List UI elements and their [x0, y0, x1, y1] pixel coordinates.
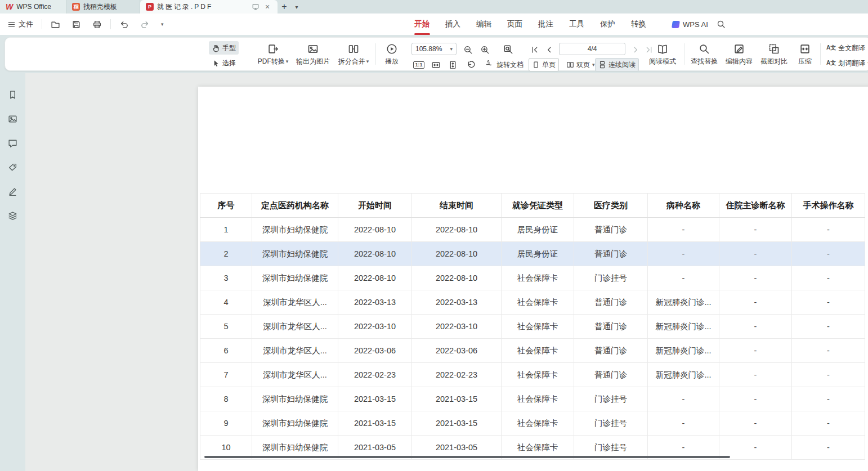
table-cell: -: [792, 363, 865, 387]
column-header: 定点医药机构名称: [252, 194, 338, 218]
rotate-document-button[interactable]: 旋转文档: [494, 58, 526, 71]
tab-document-pdf[interactable]: P 就医记录.PDF ×: [140, 0, 278, 14]
table-cell: 社会保障卡: [502, 387, 574, 411]
table-row: 1深圳市妇幼保健院2022-08-102022-08-10居民身份证普通门诊--…: [200, 218, 865, 242]
table-cell: -: [792, 387, 865, 411]
table-cell: -: [792, 339, 865, 363]
table-cell: 社会保障卡: [502, 411, 574, 436]
table-cell: -: [648, 242, 719, 266]
table-cell: 深圳市龙华区人...: [252, 339, 338, 363]
tab-page[interactable]: 页面: [507, 14, 522, 35]
full-translate-button[interactable]: A文 全文翻译: [824, 41, 868, 55]
wps-logo-icon: W: [6, 2, 13, 11]
table-cell: -: [719, 242, 792, 266]
table-cell: 深圳市龙华区人...: [252, 315, 338, 339]
horizontal-scrollbar[interactable]: [204, 456, 730, 458]
edit-content-button[interactable]: 编辑内容: [722, 39, 756, 70]
translate-icon: A文: [826, 45, 836, 51]
select-tool-label: 选择: [222, 59, 236, 68]
table-row: 4深圳市龙华区人...2022-03-132022-03-13社会保障卡普通门诊…: [200, 290, 865, 315]
single-page-label: 单页: [542, 60, 556, 70]
print-button[interactable]: [90, 17, 105, 32]
compress-button[interactable]: 压缩: [792, 39, 818, 70]
previous-page-button[interactable]: [542, 43, 556, 56]
table-cell: -: [719, 315, 792, 339]
zoom-in-button[interactable]: [478, 43, 491, 56]
double-page-button[interactable]: 双页 ▾: [563, 58, 598, 71]
table-cell: -: [719, 218, 792, 242]
new-tab-button[interactable]: +: [278, 0, 291, 14]
pdf-convert-icon: [267, 43, 279, 55]
column-header: 病种名称: [648, 194, 719, 218]
table-cell: 7: [200, 363, 252, 387]
rotate-right-button[interactable]: [479, 58, 494, 71]
undo-history-chevron-icon[interactable]: ▾: [158, 19, 167, 29]
tab-list-chevron-icon[interactable]: ▾: [291, 0, 302, 14]
table-cell: 2022-03-06: [412, 339, 502, 363]
fit-selection-button[interactable]: [502, 43, 515, 56]
rotate-document-label: 旋转文档: [496, 60, 524, 70]
find-replace-button[interactable]: 查找替换: [687, 39, 721, 70]
screenshot-compare-button[interactable]: 截图对比: [757, 39, 791, 70]
page-indicator-input[interactable]: 4/4: [559, 43, 625, 55]
bookmark-icon[interactable]: [7, 89, 19, 100]
tab-protect[interactable]: 保护: [600, 14, 615, 35]
ribbon-search-button[interactable]: [715, 18, 727, 30]
word-translate-button[interactable]: A文 划词翻译 ▾: [824, 56, 868, 70]
layers-panel-icon[interactable]: [7, 210, 19, 221]
export-image-button[interactable]: 输出为图片: [292, 39, 334, 70]
table-cell: 普通门诊: [574, 218, 648, 242]
divider: [684, 43, 684, 65]
printer-icon: [92, 20, 102, 29]
table-cell: 新冠肺炎门诊...: [648, 315, 719, 339]
compress-icon: [799, 43, 811, 55]
tab-home[interactable]: 开始: [414, 14, 429, 35]
comment-panel-icon[interactable]: [7, 137, 19, 149]
compress-label: 压缩: [798, 57, 812, 66]
hand-tool-button[interactable]: 手型: [209, 41, 239, 55]
pdf-convert-button[interactable]: PDF转换▾: [255, 39, 291, 70]
fit-page-button[interactable]: [445, 58, 460, 71]
zoom-select[interactable]: 105.88% ▾: [411, 43, 457, 55]
thumbnail-panel-icon[interactable]: [7, 113, 19, 124]
tab-docer-templates[interactable]: 稻 找稻壳模板: [66, 0, 140, 14]
split-merge-button[interactable]: 拆分合并▾: [335, 39, 372, 70]
play-button[interactable]: 播放: [379, 39, 405, 70]
read-mode-button[interactable]: 阅读模式: [647, 39, 678, 70]
tab-convert[interactable]: 转换: [631, 14, 646, 35]
visit-record-table: 序号 定点医药机构名称 开始时间 结束时间 就诊凭证类型 医疗类别 病种名称 住…: [200, 193, 865, 460]
fit-width-button[interactable]: [428, 58, 443, 71]
table-cell: 门诊挂号: [574, 387, 648, 411]
split-merge-icon: [348, 43, 359, 55]
continuous-read-button[interactable]: 连续阅读: [595, 58, 639, 71]
first-page-button[interactable]: [527, 43, 541, 56]
tab-edit[interactable]: 编辑: [476, 14, 491, 35]
wps-ai-button[interactable]: WPS AI: [672, 14, 708, 35]
select-tool-button[interactable]: 选择: [209, 56, 239, 70]
zoom-out-button[interactable]: [461, 43, 475, 56]
save-button[interactable]: [69, 17, 84, 32]
next-page-button[interactable]: [629, 43, 642, 56]
signature-panel-icon[interactable]: [7, 186, 19, 197]
tab-insert[interactable]: 插入: [445, 14, 460, 35]
tab-wps-office[interactable]: W WPS Office: [0, 0, 66, 14]
table-cell: 2022-08-10: [338, 242, 412, 266]
open-file-button[interactable]: [48, 17, 63, 32]
table-cell: 2021-03-15: [338, 387, 412, 411]
cursor-icon: [212, 59, 220, 68]
undo-button[interactable]: [117, 17, 132, 32]
close-tab-icon[interactable]: ×: [263, 2, 272, 11]
table-cell: -: [719, 363, 792, 387]
export-image-label: 输出为图片: [296, 57, 330, 66]
tag-panel-icon[interactable]: [7, 162, 19, 173]
actual-size-button[interactable]: 1:1: [411, 58, 426, 71]
redo-button[interactable]: [137, 17, 153, 32]
file-menu-button[interactable]: 文件: [5, 17, 36, 32]
tab-tools[interactable]: 工具: [569, 14, 584, 35]
rotate-left-button[interactable]: [463, 58, 478, 71]
table-cell: -: [792, 411, 865, 436]
tab-label: WPS Office: [16, 3, 51, 11]
table-cell: -: [792, 290, 865, 315]
single-page-button[interactable]: 单页: [529, 58, 559, 71]
tab-comment[interactable]: 批注: [538, 14, 553, 35]
